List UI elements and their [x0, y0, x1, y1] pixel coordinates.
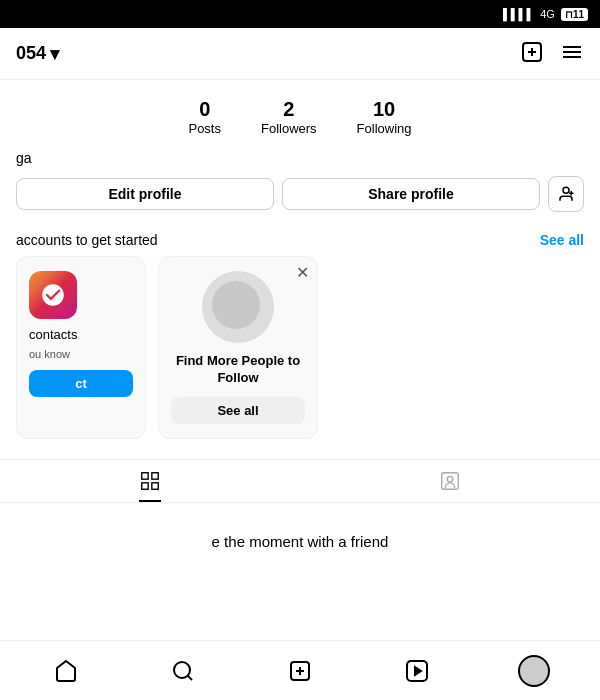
edit-profile-button[interactable]: Edit profile: [16, 178, 274, 210]
svg-rect-11: [142, 483, 148, 489]
posts-label: Posts: [188, 121, 221, 136]
following-count: 10: [373, 98, 395, 121]
find-people-title: Find More People to Follow: [171, 353, 305, 387]
header-actions: [520, 40, 584, 68]
find-people-avatar: [202, 271, 274, 343]
followers-count: 2: [283, 98, 294, 121]
nav-search-button[interactable]: [159, 647, 207, 695]
bio-name: ga: [16, 150, 32, 166]
svg-point-14: [447, 476, 453, 482]
empty-state: e the moment with a friend: [0, 503, 600, 567]
profile-header: 054 ▾: [0, 28, 600, 80]
network-icon: 4G: [540, 8, 555, 20]
suggested-header: accounts to get started See all: [0, 226, 600, 256]
nav-add-button[interactable]: [276, 647, 324, 695]
bottom-nav: [0, 640, 600, 700]
battery-icon: ⊓11: [561, 8, 588, 21]
svg-point-15: [174, 662, 190, 678]
profile-tabs: [0, 459, 600, 503]
contacts-card: contacts ou know ct: [16, 256, 146, 439]
svg-rect-10: [152, 473, 158, 479]
share-profile-button[interactable]: Share profile: [282, 178, 540, 210]
profile-stats: 0 Posts 2 Followers 10 Following: [0, 80, 600, 146]
avatar-inner: [212, 281, 260, 329]
add-post-button[interactable]: [520, 40, 544, 68]
suggested-text: accounts to get started: [16, 232, 158, 248]
find-people-see-all-button[interactable]: See all: [171, 397, 305, 424]
close-card-button[interactable]: ✕: [296, 265, 309, 281]
nav-reels-button[interactable]: [393, 647, 441, 695]
following-stat[interactable]: 10 Following: [357, 98, 412, 136]
suggestion-cards: contacts ou know ct ✕ Find More People t…: [0, 256, 600, 439]
posts-stat[interactable]: 0 Posts: [188, 98, 221, 136]
contacts-card-title: contacts: [29, 327, 77, 342]
svg-rect-12: [152, 483, 158, 489]
action-buttons-row: Edit profile Share profile: [0, 176, 600, 226]
svg-rect-13: [442, 473, 459, 490]
svg-line-16: [188, 675, 192, 679]
empty-state-text: e the moment with a friend: [212, 533, 389, 550]
posts-count: 0: [199, 98, 210, 121]
tab-grid[interactable]: [139, 470, 161, 502]
profile-bio: ga: [0, 146, 600, 176]
tab-tagged[interactable]: [439, 470, 461, 502]
nav-profile-button[interactable]: [510, 647, 558, 695]
find-people-card: ✕ Find More People to Follow See all: [158, 256, 318, 439]
contacts-card-subtitle: ou know: [29, 348, 70, 360]
connect-button[interactable]: ct: [29, 370, 133, 397]
username-text: 054: [16, 43, 46, 64]
svg-marker-21: [415, 667, 421, 675]
following-label: Following: [357, 121, 412, 136]
status-bar: ▌▌▌▌ 4G ⊓11: [0, 0, 600, 28]
dropdown-icon[interactable]: ▾: [50, 43, 59, 65]
signal-icon: ▌▌▌▌: [503, 8, 534, 20]
nav-home-button[interactable]: [42, 647, 90, 695]
profile-avatar: [518, 655, 550, 687]
menu-button[interactable]: [560, 40, 584, 68]
see-all-link[interactable]: See all: [540, 232, 584, 248]
svg-point-6: [563, 187, 569, 193]
add-person-button[interactable]: [548, 176, 584, 212]
followers-stat[interactable]: 2 Followers: [261, 98, 317, 136]
followers-label: Followers: [261, 121, 317, 136]
contacts-icon: [29, 271, 77, 319]
svg-rect-9: [142, 473, 148, 479]
username-display[interactable]: 054 ▾: [16, 43, 59, 65]
